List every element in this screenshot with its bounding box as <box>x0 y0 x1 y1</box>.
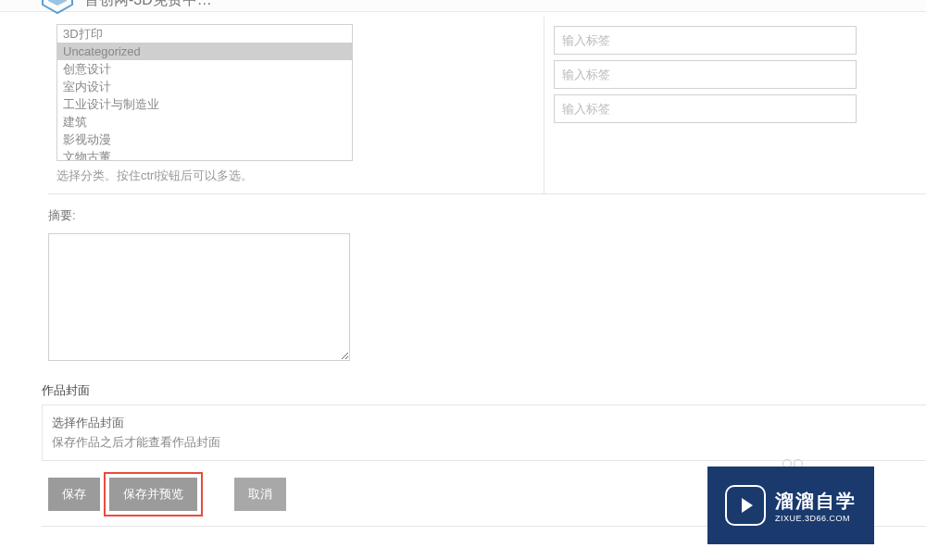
page-header: 首创网-3D免费中… <box>0 0 926 12</box>
logo-icon <box>39 0 76 15</box>
tag-input-2[interactable] <box>554 60 857 89</box>
summary-textarea[interactable] <box>48 233 350 361</box>
category-select[interactable]: 3D打印 Uncategorized 创意设计 室内设计 工业设计与制造业 建筑… <box>56 24 353 161</box>
main-content: 3D打印 Uncategorized 创意设计 室内设计 工业设计与制造业 建筑… <box>0 12 926 527</box>
play-icon <box>725 485 766 526</box>
cover-section: 选择作品封面 保存作品之后才能查看作品封面 <box>42 404 926 461</box>
category-option[interactable]: 建筑 <box>57 113 352 131</box>
tag-input-3[interactable] <box>554 94 857 123</box>
category-option[interactable]: 影视动漫 <box>57 131 352 148</box>
category-column: 3D打印 Uncategorized 创意设计 室内设计 工业设计与制造业 建筑… <box>48 17 544 194</box>
category-option[interactable]: 工业设计与制造业 <box>57 95 352 113</box>
category-option[interactable]: 创意设计 <box>57 60 352 78</box>
tags-column <box>544 17 926 194</box>
form-row-top: 3D打印 Uncategorized 创意设计 室内设计 工业设计与制造业 建筑… <box>48 17 926 194</box>
header-title: 首创网-3D免费中… <box>84 0 212 10</box>
cover-note: 保存作品之后才能查看作品封面 <box>52 434 918 451</box>
category-option[interactable]: 3D打印 <box>57 25 352 43</box>
watermark-main: 溜溜自学 <box>775 489 857 514</box>
category-option[interactable]: 室内设计 <box>57 78 352 95</box>
summary-label: 摘要: <box>48 207 917 224</box>
cover-title: 选择作品封面 <box>52 415 918 431</box>
watermark-sub: ZIXUE.3D66.COM <box>775 514 857 523</box>
save-preview-button[interactable]: 保存并预览 <box>109 478 197 511</box>
watermark-badge: 溜溜自学 ZIXUE.3D66.COM <box>707 467 874 544</box>
cancel-button[interactable]: 取消 <box>234 478 286 511</box>
highlight-box: 保存并预览 <box>104 472 203 516</box>
save-button[interactable]: 保存 <box>48 478 100 511</box>
watermark-text: 溜溜自学 ZIXUE.3D66.COM <box>775 489 857 523</box>
summary-section: 摘要: <box>48 194 926 373</box>
tag-input-1[interactable] <box>554 26 857 55</box>
category-option[interactable]: Uncategorized <box>57 43 352 60</box>
category-option[interactable]: 文物古董 <box>57 148 352 161</box>
cover-section-label: 作品封面 <box>42 382 926 399</box>
svg-marker-1 <box>48 0 67 6</box>
category-help-text: 选择分类。按住ctrl按钮后可以多选。 <box>56 168 534 184</box>
